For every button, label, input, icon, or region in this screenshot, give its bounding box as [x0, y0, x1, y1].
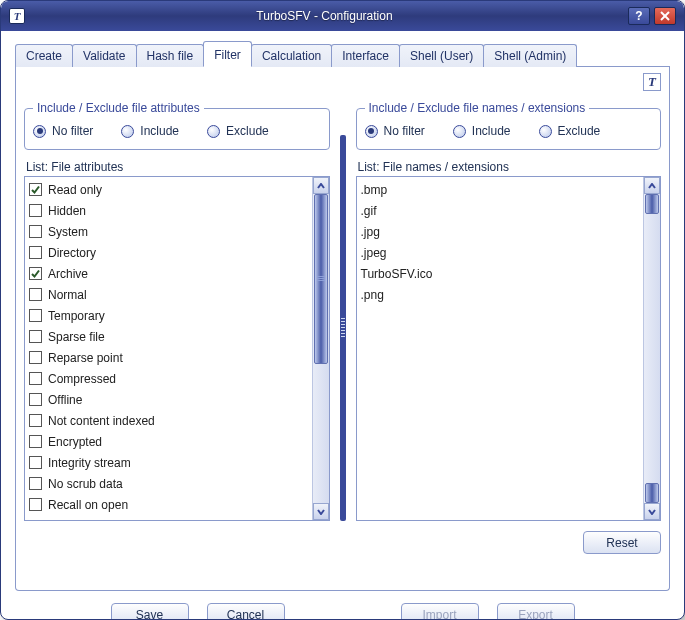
list-item[interactable]: Offline — [29, 389, 308, 410]
scroll-down-button[interactable] — [313, 503, 329, 520]
checkbox-icon[interactable] — [29, 204, 42, 217]
list-item[interactable]: Sparse file — [29, 326, 308, 347]
tab-filter[interactable]: Filter — [203, 41, 252, 67]
attributes-group: Include / Exclude file attributes No fil… — [24, 101, 330, 150]
list-item[interactable]: Hidden — [29, 200, 308, 221]
list-item-label: Normal — [48, 288, 87, 302]
checkbox-icon[interactable] — [29, 225, 42, 238]
tab-panel-filter: T Include / Exclude file attributes No f… — [15, 67, 670, 591]
checkbox-icon[interactable] — [29, 351, 42, 364]
radio-icon — [365, 125, 378, 138]
close-icon — [660, 11, 670, 21]
import-button[interactable]: Import — [401, 603, 479, 620]
list-item[interactable]: Normal — [29, 284, 308, 305]
tab-shell-admin-[interactable]: Shell (Admin) — [483, 44, 577, 67]
checkbox-icon[interactable] — [29, 477, 42, 490]
checkbox-icon[interactable] — [29, 309, 42, 322]
checkbox-icon[interactable] — [29, 435, 42, 448]
help-button[interactable]: ? — [628, 7, 650, 25]
scroll-track[interactable] — [313, 194, 329, 503]
checkbox-icon[interactable] — [29, 288, 42, 301]
list-item-label: Encrypted — [48, 435, 102, 449]
radio-icon — [453, 125, 466, 138]
checkbox-icon[interactable] — [29, 246, 42, 259]
radio-no-filter[interactable]: No filter — [33, 124, 93, 138]
scroll-up-button[interactable] — [644, 177, 660, 194]
list-item[interactable]: .gif — [361, 200, 640, 221]
list-item-label: Sparse file — [48, 330, 105, 344]
checkbox-icon[interactable] — [29, 183, 42, 196]
list-item[interactable]: Encrypted — [29, 431, 308, 452]
radio-label: No filter — [52, 124, 93, 138]
extensions-list-content: .bmp.gif.jpg.jpegTurboSFV.ico.png — [357, 177, 644, 520]
column-splitter[interactable] — [340, 135, 346, 521]
attributes-listbox[interactable]: Read onlyHiddenSystemDirectoryArchiveNor… — [24, 176, 330, 521]
radio-label: Include — [140, 124, 179, 138]
radio-include[interactable]: Include — [121, 124, 179, 138]
list-item[interactable]: .jpeg — [361, 242, 640, 263]
extensions-list-label: List: File names / extensions — [358, 160, 662, 174]
checkbox-icon[interactable] — [29, 330, 42, 343]
list-item[interactable]: Temporary — [29, 305, 308, 326]
checkbox-icon[interactable] — [29, 498, 42, 511]
list-item[interactable]: Reparse point — [29, 347, 308, 368]
list-item[interactable]: .bmp — [361, 179, 640, 200]
checkbox-icon[interactable] — [29, 456, 42, 469]
list-item[interactable]: Integrity stream — [29, 452, 308, 473]
radio-no-filter[interactable]: No filter — [365, 124, 425, 138]
list-item[interactable]: Archive — [29, 263, 308, 284]
save-button[interactable]: Save — [111, 603, 189, 620]
client-area: CreateValidateHash fileFilterCalculation… — [1, 31, 684, 620]
radio-exclude[interactable]: Exclude — [207, 124, 269, 138]
list-item[interactable]: TurboSFV.ico — [361, 263, 640, 284]
list-item-label: System — [48, 225, 88, 239]
scroll-thumb[interactable] — [314, 194, 328, 364]
close-button[interactable] — [654, 7, 676, 25]
scroll-thumb[interactable] — [645, 194, 659, 214]
radio-exclude[interactable]: Exclude — [539, 124, 601, 138]
list-item-label: Offline — [48, 393, 82, 407]
extensions-column: Include / Exclude file names / extension… — [356, 101, 662, 521]
list-item[interactable]: .png — [361, 284, 640, 305]
list-item[interactable]: No scrub data — [29, 473, 308, 494]
attributes-scrollbar[interactable] — [312, 177, 329, 520]
radio-label: Exclude — [558, 124, 601, 138]
extensions-scrollbar[interactable] — [643, 177, 660, 520]
tab-create[interactable]: Create — [15, 44, 73, 67]
reset-row: Reset — [24, 531, 661, 554]
scroll-thumb[interactable] — [645, 483, 659, 503]
extensions-listbox[interactable]: .bmp.gif.jpg.jpegTurboSFV.ico.png — [356, 176, 662, 521]
tab-interface[interactable]: Interface — [331, 44, 400, 67]
radio-include[interactable]: Include — [453, 124, 511, 138]
attributes-radio-row: No filterIncludeExclude — [33, 121, 321, 141]
list-item[interactable]: Directory — [29, 242, 308, 263]
tab-validate[interactable]: Validate — [72, 44, 136, 67]
extensions-legend: Include / Exclude file names / extension… — [365, 101, 590, 115]
list-item[interactable]: System — [29, 221, 308, 242]
radio-label: No filter — [384, 124, 425, 138]
export-button[interactable]: Export — [497, 603, 575, 620]
checkbox-icon[interactable] — [29, 414, 42, 427]
tab-shell-user-[interactable]: Shell (User) — [399, 44, 484, 67]
reset-button[interactable]: Reset — [583, 531, 661, 554]
scroll-up-button[interactable] — [313, 177, 329, 194]
radio-label: Exclude — [226, 124, 269, 138]
checkbox-icon[interactable] — [29, 267, 42, 280]
checkbox-icon[interactable] — [29, 372, 42, 385]
tab-calculation[interactable]: Calculation — [251, 44, 332, 67]
list-item[interactable]: Recall on open — [29, 494, 308, 515]
list-item[interactable]: Compressed — [29, 368, 308, 389]
titlebar[interactable]: T TurboSFV - Configuration ? — [1, 1, 684, 31]
list-item[interactable]: Read only — [29, 179, 308, 200]
tab-hash-file[interactable]: Hash file — [136, 44, 205, 67]
scroll-down-button[interactable] — [644, 503, 660, 520]
list-item[interactable]: .jpg — [361, 221, 640, 242]
attributes-column: Include / Exclude file attributes No fil… — [24, 101, 330, 521]
list-item-label: Archive — [48, 267, 88, 281]
checkbox-icon[interactable] — [29, 393, 42, 406]
list-item-label: No scrub data — [48, 477, 123, 491]
scroll-track[interactable] — [644, 194, 660, 503]
attributes-list-label: List: File attributes — [26, 160, 330, 174]
cancel-button[interactable]: Cancel — [207, 603, 285, 620]
list-item[interactable]: Not content indexed — [29, 410, 308, 431]
